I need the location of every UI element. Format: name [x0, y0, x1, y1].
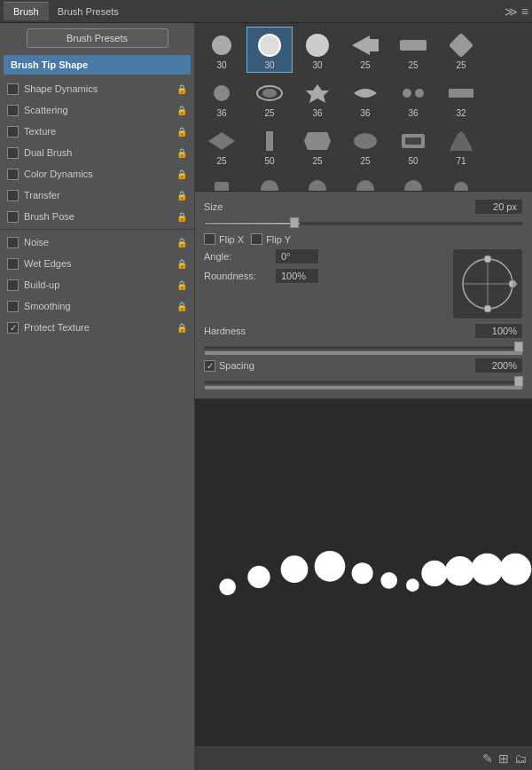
toolbar-icon-3[interactable]: 🗂 [514, 751, 527, 766]
brush-item-6[interactable]: 25 [438, 27, 484, 73]
brush-item-23[interactable]: 50 [390, 170, 436, 192]
size-value[interactable]: 20 px [474, 199, 523, 215]
hardness-slider-thumb[interactable] [514, 342, 523, 352]
brush-item-2[interactable]: 30 [246, 27, 293, 73]
hardness-slider[interactable] [204, 342, 523, 354]
hardness-value[interactable]: 100% [474, 323, 523, 339]
brush-size-4: 25 [360, 61, 370, 70]
brush-item-20[interactable]: 50 [246, 170, 293, 192]
sidebar-item-protect-texture[interactable]: ✓ Protect Texture 🔒 [0, 317, 194, 338]
angle-value[interactable]: 0° [275, 248, 319, 264]
checkbox-dual-brush[interactable] [7, 147, 19, 159]
brush-size-3: 30 [312, 61, 322, 70]
size-slider-thumb[interactable] [290, 217, 299, 228]
spacing-slider-track [204, 381, 523, 384]
hardness-slider-track [204, 346, 523, 350]
label-protect-texture: Protect Texture [24, 322, 173, 333]
label-buildup: Build-up [24, 279, 173, 290]
checkbox-noise[interactable] [7, 237, 19, 248]
brush-size-5: 25 [408, 61, 418, 70]
brush-item-14[interactable]: 50 [246, 122, 293, 169]
sidebar-item-shape-dynamics[interactable]: Shape Dynamics 🔒 [0, 78, 194, 99]
checkbox-buildup[interactable] [7, 279, 19, 291]
brush-preview-11 [393, 77, 434, 109]
flip-y-checkbox[interactable] [251, 233, 262, 245]
flip-x-checkbox[interactable] [204, 233, 215, 245]
flip-y-item: Flip Y [251, 233, 291, 245]
brush-item-12[interactable]: 32 [438, 75, 484, 121]
hardness-label: Hardness [204, 326, 474, 336]
brush-angle-preview[interactable] [452, 248, 523, 319]
checkbox-shape-dynamics[interactable] [7, 83, 19, 95]
brush-item-4[interactable]: 25 [342, 27, 388, 73]
brush-size-6: 25 [456, 61, 466, 70]
sidebar-item-dual-brush[interactable]: Dual Brush 🔒 [0, 142, 194, 163]
roundness-row: Roundness: 100% [204, 268, 445, 284]
brush-item-16[interactable]: 25 [342, 122, 388, 169]
size-slider[interactable] [204, 217, 523, 230]
checkbox-transfer[interactable] [7, 190, 19, 201]
divider-1 [0, 229, 194, 230]
toolbar-icon-2[interactable]: ⊞ [498, 751, 509, 766]
brush-item-19[interactable]: 25 [199, 170, 245, 192]
sidebar-item-buildup[interactable]: Build-up 🔒 [0, 274, 194, 295]
brush-presets-button[interactable]: Brush Presets [27, 28, 168, 48]
panel-icon-menu[interactable]: ≡ [521, 4, 528, 19]
controls-area: Size 20 px Flip X Flip Y [195, 192, 532, 398]
brush-item-11[interactable]: 36 [390, 75, 436, 121]
brush-item-7[interactable]: 36 [199, 75, 245, 121]
flip-x-label: Flip X [219, 234, 244, 245]
brush-item-13[interactable]: 25 [199, 122, 245, 169]
brush-item-22[interactable]: 50 [342, 170, 388, 192]
svg-point-17 [484, 305, 491, 312]
sidebar-item-brush-pose[interactable]: Brush Pose 🔒 [0, 206, 194, 227]
brush-preview-20 [249, 173, 290, 192]
brush-item-24[interactable]: 36 [438, 170, 484, 192]
label-texture: Texture [24, 126, 173, 137]
svg-point-16 [484, 255, 491, 263]
svg-marker-4 [306, 84, 329, 103]
brush-item-8[interactable]: 25 [246, 75, 293, 121]
brush-preview-7 [201, 77, 242, 109]
panel-icon-expand[interactable]: ≫ [505, 4, 518, 19]
toolbar-icon-1[interactable]: ✎ [482, 751, 493, 766]
brush-item-3[interactable]: 30 [294, 27, 340, 73]
sidebar-item-scattering[interactable]: Scattering 🔒 [0, 99, 194, 121]
tab-bar: Brush Brush Presets ≫ ≡ [0, 0, 532, 23]
sidebar-item-wet-edges[interactable]: Wet Edges 🔒 [0, 253, 194, 274]
spacing-slider[interactable] [204, 376, 523, 389]
brush-item-1[interactable]: 30 [199, 27, 245, 73]
spacing-value[interactable]: 200% [474, 358, 523, 373]
lock-icon-protect-texture: 🔒 [176, 323, 187, 333]
brush-preview-17 [393, 125, 434, 157]
checkbox-smoothing[interactable] [7, 301, 19, 312]
brush-item-18[interactable]: 71 [438, 122, 484, 169]
sidebar-item-transfer[interactable]: Transfer 🔒 [0, 185, 194, 206]
sidebar-item-noise[interactable]: Noise 🔒 [0, 232, 194, 253]
brush-size-15: 25 [312, 157, 322, 166]
brush-item-10[interactable]: 36 [342, 75, 388, 121]
checkbox-protect-texture[interactable]: ✓ [7, 322, 19, 334]
tab-brush[interactable]: Brush [4, 2, 49, 20]
checkbox-color-dynamics[interactable] [7, 169, 19, 180]
checkbox-texture[interactable] [7, 126, 19, 138]
brush-item-17[interactable]: 50 [390, 122, 436, 169]
checkbox-brush-pose[interactable] [7, 211, 19, 223]
spacing-slider-thumb[interactable] [514, 376, 523, 387]
sidebar-item-color-dynamics[interactable]: Color Dynamics 🔒 [0, 163, 194, 185]
brush-item-15[interactable]: 25 [294, 122, 340, 169]
angle-roundness-area: Angle: 0° Roundness: 100% [204, 248, 523, 319]
tab-brush-presets-top[interactable]: Brush Presets [49, 3, 128, 20]
brush-item-21[interactable]: 50 [294, 170, 340, 192]
spacing-checkbox[interactable]: ✓ [204, 360, 215, 372]
checkbox-scattering[interactable] [7, 105, 19, 116]
brush-item-9[interactable]: 36 [294, 75, 340, 121]
brush-item-5[interactable]: 25 [390, 27, 436, 73]
brush-tip-shape-label[interactable]: Brush Tip Shape [4, 55, 191, 75]
checkbox-wet-edges[interactable] [7, 258, 19, 270]
sidebar-item-texture[interactable]: Texture 🔒 [0, 121, 194, 142]
brush-preview-5 [393, 29, 434, 61]
sidebar-item-smoothing[interactable]: Smoothing 🔒 [0, 295, 194, 317]
brush-grid[interactable]: 30 30 30 [195, 23, 532, 192]
roundness-value[interactable]: 100% [275, 268, 319, 284]
